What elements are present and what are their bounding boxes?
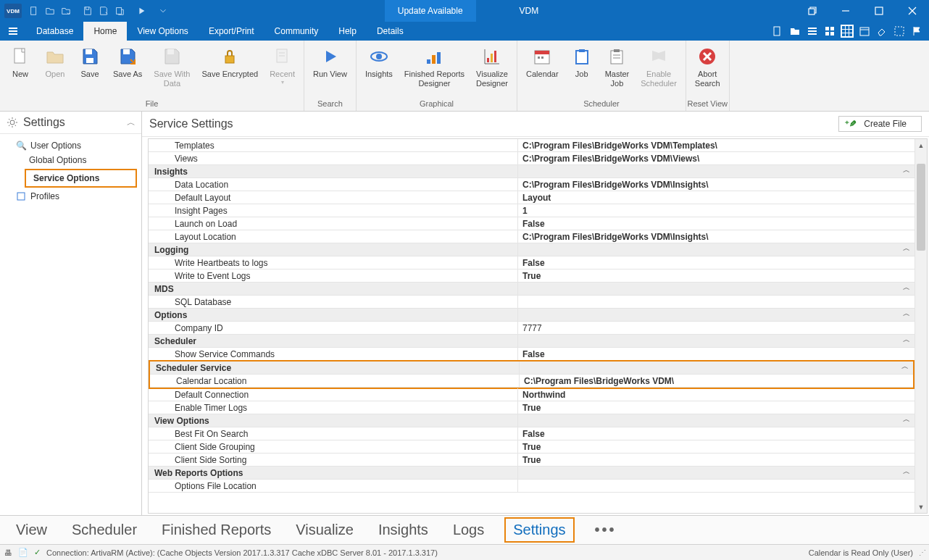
status-print-icon[interactable]: 🖶 xyxy=(4,548,12,557)
prop-val[interactable]: C:\Program Files\BridgeWorks VDM\Insight… xyxy=(518,230,915,243)
qat-run-icon[interactable] xyxy=(133,3,149,19)
menu-details[interactable]: Details xyxy=(367,22,414,41)
ribbon-calendar-button[interactable]: Calendar xyxy=(520,42,565,96)
qat-customize-icon[interactable] xyxy=(155,3,171,19)
qat-new-icon[interactable] xyxy=(26,3,42,19)
menu-home[interactable]: Home xyxy=(83,22,127,41)
window-close-button[interactable] xyxy=(896,0,929,22)
section-scheduler[interactable]: Scheduler︿ xyxy=(149,335,915,348)
section-logging[interactable]: Logging︿ xyxy=(149,243,915,256)
ribbon-enable-scheduler-button[interactable]: Enable Scheduler xyxy=(635,42,683,96)
toolbar-eraser-icon[interactable] xyxy=(875,25,888,38)
toolbar-folder-icon[interactable] xyxy=(788,25,801,38)
prop-val[interactable]: True xyxy=(518,440,915,453)
ribbon-visualize-button[interactable]: Visualize Designer xyxy=(470,42,514,96)
sidebar-item-profiles[interactable]: Profiles xyxy=(0,189,141,204)
tab-view[interactable]: View xyxy=(12,519,51,541)
prop-val[interactable]: False xyxy=(518,256,915,269)
chevron-up-icon[interactable]: ︿ xyxy=(903,165,915,177)
ribbon-run-view-button[interactable]: Run View xyxy=(307,42,353,96)
scroll-down-icon[interactable]: ▼ xyxy=(915,501,927,513)
chevron-up-icon[interactable]: ︿ xyxy=(903,414,915,427)
chevron-up-icon[interactable]: ︿ xyxy=(127,117,136,129)
tab-scheduler[interactable]: Scheduler xyxy=(67,519,141,541)
status-doc-icon[interactable]: 📄 xyxy=(18,548,28,557)
scrollbar[interactable]: ▲ ▼ xyxy=(915,139,927,513)
prop-val[interactable]: C:\Program Files\BridgeWorks VDM\ xyxy=(520,375,913,387)
tab-logs[interactable]: Logs xyxy=(449,519,488,541)
create-file-button[interactable]: ✎⁺ Create File xyxy=(838,116,922,132)
toolbar-grid-small-icon[interactable] xyxy=(823,25,836,38)
toolbar-calendar-icon[interactable] xyxy=(858,25,871,38)
qat-save-icon[interactable] xyxy=(80,3,96,19)
toolbar-doc-icon[interactable] xyxy=(771,25,784,38)
qat-export-icon[interactable] xyxy=(112,3,128,19)
section-web-reports[interactable]: Web Reports Options︿ xyxy=(149,467,915,480)
ribbon-abort-search-button[interactable]: Abort Search xyxy=(689,42,726,96)
section-scheduler-service[interactable]: Scheduler Service︿ xyxy=(150,362,913,375)
tab-settings[interactable]: Settings xyxy=(504,517,574,543)
prop-val[interactable]: True xyxy=(518,454,915,466)
prop-val[interactable]: C:\Program Files\BridgeWorks VDM\Views\ xyxy=(518,152,915,164)
prop-val[interactable]: Layout xyxy=(518,191,915,204)
menu-community[interactable]: Community xyxy=(264,22,329,41)
section-view-options[interactable]: View Options︿ xyxy=(149,414,915,427)
prop-val[interactable]: 7777 xyxy=(518,322,915,334)
qat-open-icon[interactable] xyxy=(42,3,58,19)
menu-help[interactable]: Help xyxy=(328,22,367,41)
menu-view-options[interactable]: View Options xyxy=(127,22,198,41)
prop-val[interactable]: False xyxy=(518,427,915,440)
scroll-thumb[interactable] xyxy=(917,164,925,251)
ribbon-insights-button[interactable]: Insights xyxy=(359,42,399,96)
ribbon-save-button[interactable]: Save xyxy=(72,42,107,96)
prop-val[interactable]: 1 xyxy=(518,204,915,217)
prop-val[interactable]: True xyxy=(518,269,915,282)
prop-val[interactable]: True xyxy=(518,401,915,414)
scroll-up-icon[interactable]: ▲ xyxy=(915,139,927,151)
chevron-up-icon[interactable]: ︿ xyxy=(903,335,915,347)
sidebar-item-global-options[interactable]: Global Options xyxy=(0,153,141,167)
prop-val[interactable]: Northwind xyxy=(518,388,915,401)
ribbon-open-button[interactable]: Open xyxy=(38,42,72,96)
prop-val[interactable]: False xyxy=(518,348,915,360)
sidebar-item-user-options[interactable]: 🔍User Options xyxy=(0,138,141,153)
toolbar-flag-icon[interactable] xyxy=(910,25,923,38)
chevron-up-icon[interactable]: ︿ xyxy=(903,309,915,321)
section-insights[interactable]: Insights︿ xyxy=(149,165,915,178)
qat-open-dropdown-icon[interactable] xyxy=(58,3,74,19)
toolbar-grid-large-icon[interactable] xyxy=(841,25,854,38)
qat-saveas-icon[interactable] xyxy=(96,3,112,19)
prop-val[interactable]: False xyxy=(518,217,915,230)
ribbon-master-job-button[interactable]: Master Job xyxy=(599,42,636,96)
menu-database[interactable]: Database xyxy=(26,22,83,41)
prop-val[interactable] xyxy=(518,296,915,308)
ribbon-finished-reports-button[interactable]: Finished Reports Designer xyxy=(399,42,470,96)
chevron-up-icon[interactable]: ︿ xyxy=(903,467,915,479)
window-maximize-button[interactable] xyxy=(862,0,896,22)
tab-insights[interactable]: Insights xyxy=(374,519,433,541)
ribbon-save-with-data-button[interactable]: Save With Data xyxy=(148,42,196,96)
chevron-up-icon[interactable]: ︿ xyxy=(903,243,915,256)
update-available-button[interactable]: Update Available xyxy=(385,0,476,22)
window-restore-small-icon[interactable] xyxy=(796,0,829,22)
prop-val[interactable]: C:\Program Files\BridgeWorks VDM\Templat… xyxy=(518,139,915,151)
ribbon-save-encrypted-button[interactable]: Save Encrypted xyxy=(196,42,264,96)
resize-grip-icon[interactable]: ⋰ xyxy=(919,548,925,556)
ribbon-save-as-button[interactable]: Save As xyxy=(107,42,148,96)
toolbar-dashed-icon[interactable] xyxy=(893,25,906,38)
section-options[interactable]: Options︿ xyxy=(149,309,915,322)
tab-visualize[interactable]: Visualize xyxy=(291,519,358,541)
chevron-up-icon[interactable]: ︿ xyxy=(901,362,913,374)
prop-val[interactable] xyxy=(518,480,915,492)
ribbon-new-button[interactable]: New xyxy=(3,42,38,96)
tab-finished-reports[interactable]: Finished Reports xyxy=(157,519,275,541)
ribbon-recent-button[interactable]: Recent▾ xyxy=(264,42,301,96)
tab-more[interactable]: ••• xyxy=(591,519,621,541)
chevron-up-icon[interactable]: ︿ xyxy=(903,283,915,295)
toolbar-list-icon[interactable] xyxy=(806,25,819,38)
sidebar-item-service-options[interactable]: Service Options xyxy=(25,169,137,188)
file-menu-button[interactable] xyxy=(0,22,26,41)
menu-export-print[interactable]: Export/Print xyxy=(199,22,264,41)
window-minimize-button[interactable] xyxy=(829,0,862,22)
ribbon-job-button[interactable]: Job xyxy=(565,42,599,96)
